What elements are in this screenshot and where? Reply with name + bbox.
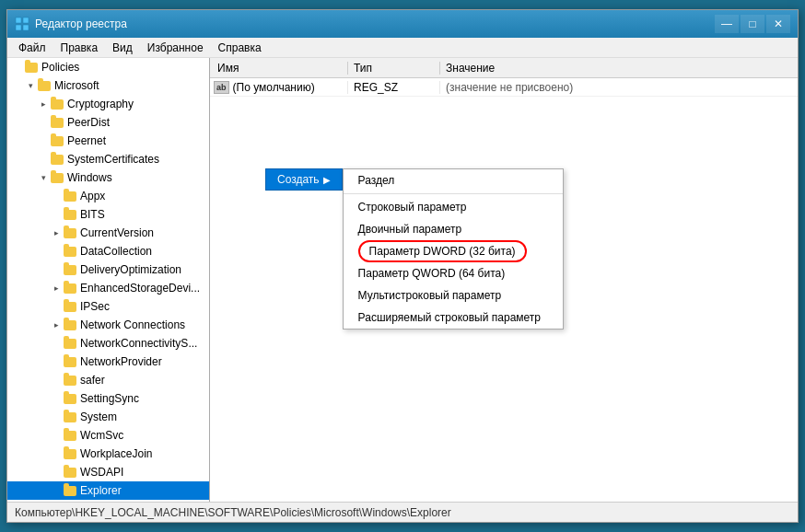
tree-arrow-icon	[37, 153, 50, 166]
tree-item[interactable]: SettingSync	[7, 389, 209, 408]
tree-item[interactable]: BITS	[7, 205, 209, 224]
status-path: Компьютер\HKEY_LOCAL_MACHINE\SOFTWARE\Po…	[15, 506, 451, 519]
tree-item-label: System	[80, 411, 117, 423]
create-button[interactable]: Создать ▶	[265, 168, 343, 191]
tree-item[interactable]: ▸CurrentVersion	[7, 224, 209, 242]
column-value-header: Значение	[440, 62, 798, 75]
context-menu: Раздел Строковый параметр Двоичный парам…	[343, 168, 564, 330]
minimize-button[interactable]: —	[715, 15, 739, 33]
tree-arrow-icon: ▸	[50, 318, 63, 331]
tree-item[interactable]: DataCollection	[7, 242, 209, 260]
tree-arrow-icon	[50, 484, 63, 497]
tree-item[interactable]: safer	[7, 371, 209, 389]
tree-item[interactable]: NetworkConnectivityS...	[7, 334, 209, 353]
folder-icon	[63, 337, 77, 350]
main-content: Policies▾Microsoft▸CryptographyPeerDistP…	[7, 58, 798, 502]
menu-edit[interactable]: Правка	[53, 40, 106, 56]
tree-item-label: safer	[80, 374, 105, 387]
svg-rect-2	[16, 25, 21, 30]
ctx-item-qword[interactable]: Параметр QWORD (64 бита)	[344, 262, 563, 284]
ctx-item-section[interactable]: Раздел	[344, 169, 563, 191]
app-icon	[15, 17, 29, 31]
tree-item[interactable]: Explorer	[7, 481, 209, 500]
window-title: Редактор реестра	[35, 17, 715, 30]
ab-icon: ab	[214, 81, 229, 94]
tree-item[interactable]: Peernet	[7, 132, 209, 150]
ctx-item-dword[interactable]: Параметр DWORD (32 бита)	[344, 240, 563, 262]
tree-arrow-icon	[50, 263, 63, 276]
tree-item[interactable]: ▾Windows	[7, 168, 209, 187]
folder-icon	[63, 466, 77, 479]
tree-item[interactable]: ▸Network Connections	[7, 316, 209, 334]
window-controls: — □ ✕	[715, 15, 790, 33]
tree-arrow-icon: ▸	[37, 98, 50, 110]
tree-item[interactable]: IPSec	[7, 297, 209, 316]
close-button[interactable]: ✕	[766, 15, 790, 33]
tree-item-label: DeliveryOptimization	[80, 263, 181, 276]
ctx-item-expandstring[interactable]: Расширяемый строковый параметр	[344, 306, 563, 329]
tree-item-label: Network Connections	[80, 318, 185, 331]
tree-arrow-icon	[50, 429, 63, 442]
folder-icon	[50, 98, 64, 110]
tree-item-label: NetworkConnectivityS...	[80, 337, 197, 350]
status-bar: Компьютер\HKEY_LOCAL_MACHINE\SOFTWARE\Po…	[7, 502, 798, 522]
folder-icon	[63, 447, 77, 460]
tree-arrow-icon	[50, 208, 63, 221]
menu-favorites[interactable]: Избранное	[140, 40, 211, 56]
ctx-item-binary[interactable]: Двоичный параметр	[344, 218, 563, 240]
folder-icon	[63, 429, 77, 442]
folder-icon	[50, 134, 64, 147]
tree-arrow-icon	[37, 134, 50, 147]
row-key-value: (значение не присвоено)	[440, 81, 798, 94]
folder-icon	[50, 171, 64, 184]
tree-item[interactable]: PeerDist	[7, 113, 209, 132]
tree-arrow-icon	[50, 374, 63, 387]
tree-arrow-icon	[50, 392, 63, 405]
folder-icon	[50, 116, 64, 129]
svg-rect-0	[16, 17, 21, 23]
tree-item[interactable]: Policies	[7, 58, 209, 76]
tree-item[interactable]: WorkplaceJoin	[7, 445, 209, 463]
tree-item-label: EnhancedStorageDevi...	[80, 282, 200, 295]
tree-item-label: BITS	[80, 208, 105, 221]
registry-editor-window: Редактор реестра — □ ✕ Файл Правка Вид И…	[6, 9, 799, 523]
tree-item[interactable]: DeliveryOptimization	[7, 260, 209, 279]
folder-icon	[63, 190, 77, 202]
tree-item-label: Microsoft	[54, 79, 99, 92]
tree-item-label: Policies	[41, 61, 79, 74]
tree-item[interactable]: ▸EnhancedStorageDevi...	[7, 279, 209, 297]
folder-icon	[63, 263, 77, 276]
ctx-item-multistring[interactable]: Мультистроковый параметр	[344, 284, 563, 306]
tree-item[interactable]: ▸Cryptography	[7, 95, 209, 113]
title-bar: Редактор реестра — □ ✕	[7, 10, 798, 38]
tree-arrow-icon	[37, 116, 50, 129]
folder-icon	[63, 245, 77, 258]
tree-arrow-icon	[11, 61, 24, 74]
ctx-item-string[interactable]: Строковый параметр	[344, 196, 563, 218]
tree-item[interactable]: ▾Microsoft	[7, 76, 209, 95]
tree-item-label: NetworkProvider	[80, 355, 162, 368]
tree-item-label: SettingSync	[80, 392, 139, 405]
folder-icon	[63, 318, 77, 331]
tree-item[interactable]: NetworkProvider	[7, 353, 209, 371]
tree-item-label: WorkplaceJoin	[80, 447, 152, 460]
tree-item[interactable]: System	[7, 408, 209, 426]
tree-item-label: Windows	[67, 171, 112, 184]
tree-arrow-icon	[50, 245, 63, 258]
tree-item[interactable]: WSDAPI	[7, 463, 209, 481]
menu-file[interactable]: Файл	[11, 40, 53, 56]
menu-help[interactable]: Справка	[211, 40, 269, 56]
tree-arrow-icon	[50, 300, 63, 313]
tree-item-label: Explorer	[80, 484, 122, 497]
tree-item[interactable]: Appx	[7, 187, 209, 205]
svg-rect-1	[23, 17, 29, 23]
table-row[interactable]: ab (По умолчанию) REG_SZ (значение не пр…	[210, 78, 798, 97]
tree-item-label: WcmSvc	[80, 429, 123, 442]
registry-tree[interactable]: Policies▾Microsoft▸CryptographyPeerDistP…	[7, 58, 210, 502]
tree-item[interactable]: SystemCertificates	[7, 150, 209, 168]
folder-icon	[24, 61, 39, 74]
maximize-button[interactable]: □	[741, 15, 764, 33]
tree-item[interactable]: WcmSvc	[7, 426, 209, 445]
tree-item-label: Appx	[80, 190, 105, 202]
menu-view[interactable]: Вид	[105, 40, 140, 56]
